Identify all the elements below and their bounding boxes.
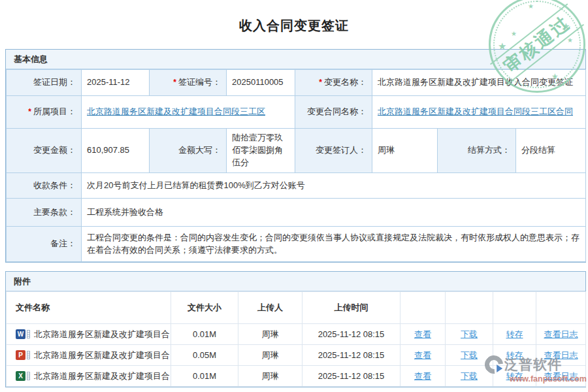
col-header-action [446,292,493,324]
file-uploader: 周琳 [238,324,302,345]
amount-label: 变更金额： [7,129,82,173]
col-header-file-name: 文件名称 [7,292,171,324]
project-link[interactable]: 北京路道服务区新建及改扩建项目合同段三工区 [87,106,265,116]
col-header-action [400,292,446,324]
amount-value: 610,907.85 [82,129,150,173]
attachment-row: P 北京路道服务区新建及改扩建项目合 0.05M 周琳 2025-11-12 0… [7,345,586,366]
required-marker: * [319,78,322,87]
signer-value: 周琳 [372,129,438,173]
save-copy-link[interactable]: 转存 [506,371,523,381]
main-terms-label: 主要条款： [7,199,82,227]
save-copy-link[interactable]: 转存 [506,329,523,339]
file-upload-time: 2025-11-12 08:15 [302,324,400,345]
col-header-file-size: 文件大小 [171,292,238,324]
file-page-icon [27,351,30,359]
excel-file-icon: X [16,371,25,381]
payment-terms-value: 次月20号前支付上月已结算的租赁费100%到乙方对公账号 [82,173,586,199]
attachment-row: X 北京路道服务区新建及改扩建项目合 0.01M 周琳 2025-11-12 0… [7,366,586,387]
stamp-star-icon: ★ [567,37,573,44]
settlement-label: 结算方式： [438,129,516,173]
payment-terms-label: 收款条件： [7,173,82,199]
file-size: 0.01M [171,366,238,387]
file-size: 0.05M [171,345,238,366]
col-header-upload-time: 上传时间 [302,292,400,324]
stamp-star-icon: ★ [528,3,534,10]
ppt-file-icon: P [16,350,25,360]
signer-label: 变更签订人： [295,129,372,173]
file-upload-time: 2025-11-12 08:15 [302,345,400,366]
view-log-link[interactable]: 查看日志 [544,371,578,381]
sign-no-value: 20250110005 [227,70,295,96]
col-header-action [536,292,586,324]
file-uploader: 周琳 [238,345,302,366]
basic-info-table: 签证日期： 2025-11-12 *签证编号： 20250110005 *变更名… [6,69,586,262]
attachments-panel: 附件 文件名称 文件大小 上传人 上传时间 W 北京路道服务区新建及改扩建项目 [5,271,586,387]
attachment-row: W 北京路道服务区新建及改扩建项目合 0.01M 周琳 2025-11-12 0… [7,324,586,345]
main-terms-value: 工程系统并验收合格 [82,199,586,227]
col-header-uploader: 上传人 [238,292,302,324]
settlement-value: 分段结算 [516,129,586,173]
file-name: 北京路道服务区新建及改扩建项目合 [34,350,170,361]
file-name: 北京路道服务区新建及改扩建项目合 [34,329,170,340]
change-name-value: 北京路道服务区新建及改扩建项目收入合同变更签证 [372,70,586,96]
view-link[interactable]: 查看 [414,350,431,360]
page-title: 收入合同变更签证 [0,17,588,35]
basic-info-panel: 基本信息 签证日期： 2025-11-12 *签证编号： 20250110005… [5,49,586,263]
download-link[interactable]: 下载 [461,329,478,339]
file-page-icon [27,330,30,338]
view-link[interactable]: 查看 [414,371,431,381]
change-name-label: *变更名称： [295,70,372,96]
project-label: *所属项目： [7,96,82,129]
attachments-section-header: 附件 [6,272,585,291]
attachments-table: 文件名称 文件大小 上传人 上传时间 W 北京路道服务区新建及改扩建项目合 0.… [6,291,586,387]
remark-label: 备注： [7,227,82,262]
file-name: 北京路道服务区新建及改扩建项目合 [34,370,170,382]
project-value-cell: 北京路道服务区新建及改扩建项目合同段三工区 [82,96,295,129]
attachments-tbody: W 北京路道服务区新建及改扩建项目合 0.01M 周琳 2025-11-12 0… [7,324,586,387]
basic-info-section-header: 基本信息 [6,50,585,69]
download-link[interactable]: 下载 [461,371,478,381]
sign-date-label: 签证日期： [7,70,82,96]
col-header-action [493,292,536,324]
file-size: 0.01M [171,324,238,345]
remark-value: 工程合同变更的条件是：合同的内容发生变化；合同的变更须依当事人协议或直接规定及法… [82,227,586,262]
amount-caps-value: 陆拾壹万零玖佰零柒圆捌角伍分 [227,129,295,173]
file-name-cell: X 北京路道服务区新建及改扩建项目合 [16,370,167,382]
view-log-link[interactable]: 查看日志 [544,329,578,339]
amount-caps-label: 金额大写： [150,129,227,173]
change-contract-link[interactable]: 北京路道服务区新建及改扩建项目合同段三工区合同 [378,106,573,116]
file-uploader: 周琳 [238,366,302,387]
change-contract-label: 变更合同名称： [295,96,372,129]
word-file-icon: W [16,329,25,339]
sign-date-value: 2025-11-12 [82,70,150,96]
file-page-icon [27,372,30,380]
file-upload-time: 2025-11-12 08:15 [302,366,400,387]
required-marker: * [173,78,176,87]
view-log-link[interactable]: 查看日志 [544,350,578,360]
save-copy-link[interactable]: 转存 [506,350,523,360]
required-marker: * [28,107,31,116]
file-name-cell: P 北京路道服务区新建及改扩建项目合 [16,350,167,361]
file-name-cell: W 北京路道服务区新建及改扩建项目合 [16,329,167,340]
change-contract-value-cell: 北京路道服务区新建及改扩建项目合同段三工区合同 [372,96,586,129]
view-link[interactable]: 查看 [414,329,431,339]
download-link[interactable]: 下载 [461,350,478,360]
sign-no-label: *签证编号： [150,70,227,96]
